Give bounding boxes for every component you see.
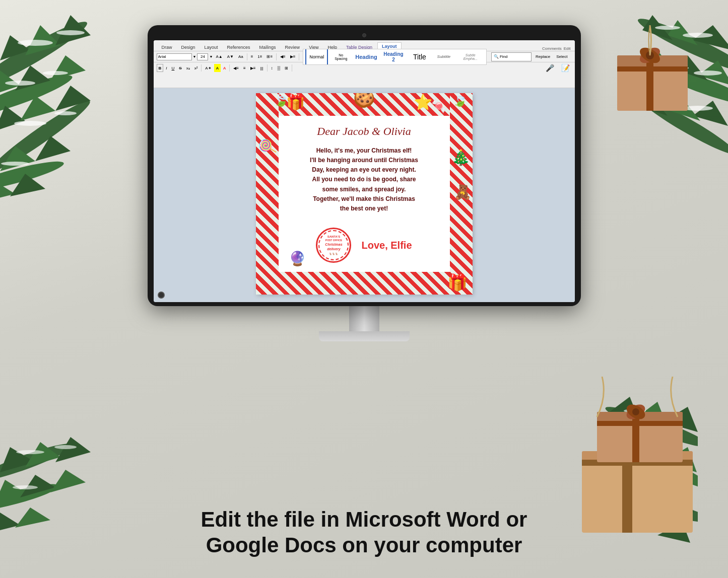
deco-star-cookie: ⭐: [414, 93, 432, 111]
multilevel-btn[interactable]: ⊞≡: [264, 53, 275, 61]
find-box[interactable]: 🔍 Find: [491, 52, 532, 61]
style-title-btn[interactable]: Title: [408, 49, 431, 65]
right-tools: 🔍 Find Replace Select: [489, 50, 572, 63]
deco-holly-top-right: 🍃: [452, 93, 468, 107]
deco-gift-top-left: 🎁: [286, 93, 305, 111]
justify-btn[interactable]: |||: [258, 64, 265, 72]
card-footer: SANTA'S POST OFFICE Christmas delivery 🦌…: [316, 228, 412, 263]
svg-rect-88: [597, 421, 683, 426]
document-area: 🍃 🍃 🎁 🍪 ⭐ 🍬 🍭 🎄 🔮 🧸 🎁 Dear Jacob & Olivi…: [154, 88, 575, 302]
svg-point-17: [18, 40, 53, 46]
style-subtitle-btn[interactable]: Subtitle: [432, 49, 455, 65]
deco-gift-bottom-right: 🎁: [447, 273, 468, 292]
stamp-wavy: SANTA'S POST OFFICE Christmas delivery 🦌…: [318, 230, 349, 260]
separator-5: [229, 64, 230, 71]
svg-point-52: [54, 445, 77, 449]
font-color-btn[interactable]: A: [221, 64, 228, 72]
align-left-btn[interactable]: ◀≡: [231, 64, 241, 72]
style-heading2-btn[interactable]: Heading 2: [380, 49, 407, 65]
find-label: Find: [500, 54, 508, 59]
svg-point-19: [5, 81, 35, 86]
deco-gingerbread-top: 🍪: [353, 93, 375, 109]
tab-draw[interactable]: Draw: [158, 44, 176, 51]
power-button[interactable]: [158, 292, 165, 299]
tab-references[interactable]: References: [223, 44, 254, 51]
font-name-input[interactable]: [157, 53, 192, 60]
increase-indent-btn[interactable]: ▶≡: [288, 53, 298, 61]
font-grow-btn[interactable]: A▲: [214, 53, 224, 61]
separator-7: [292, 64, 292, 71]
styles-panel: Normal No Spacing Heading Heading 2 Titl…: [303, 49, 487, 65]
decrease-indent-btn[interactable]: ◀≡: [278, 53, 288, 61]
deco-gingerbread-right: 🧸: [454, 184, 472, 200]
separator-1: [247, 53, 247, 60]
editor-btn[interactable]: 📝: [559, 64, 572, 72]
stand-base: [319, 331, 410, 341]
strikethrough-btn[interactable]: S: [177, 64, 183, 72]
numbered-list-btn[interactable]: 1≡: [255, 53, 264, 61]
tab-design[interactable]: Design: [177, 44, 200, 51]
monitor-stand: [148, 306, 581, 341]
svg-marker-48: [50, 470, 86, 492]
monitor-screen: Draw Design Layout References Mailings R…: [154, 40, 575, 302]
style-normal-btn[interactable]: Normal: [305, 49, 328, 65]
style-no-spacing-btn[interactable]: No Spacing: [329, 49, 352, 65]
svg-point-18: [56, 30, 85, 35]
italic-btn[interactable]: I: [164, 64, 169, 72]
svg-marker-33: [693, 101, 728, 126]
dictate-btn[interactable]: 🎤: [544, 64, 556, 72]
christmas-stamp: SANTA'S POST OFFICE Christmas delivery 🦌…: [316, 228, 351, 263]
align-right-btn[interactable]: ▶≡: [248, 64, 258, 72]
svg-rect-74: [617, 66, 688, 71]
highlight-btn[interactable]: A: [214, 64, 221, 72]
text-effects-btn[interactable]: A✦: [203, 64, 213, 72]
bottom-text-section: Edit the file in Microsoft Word or Googl…: [0, 507, 728, 558]
camera-dot: [362, 33, 366, 37]
subscript-btn[interactable]: x₂: [184, 64, 192, 72]
card-salutation: Dear Jacob & Olivia: [317, 125, 411, 138]
svg-point-51: [16, 450, 44, 454]
monitor-top-bar: [154, 31, 575, 40]
font-size-input[interactable]: [197, 53, 208, 60]
bottom-text-line2: Google Docs on your computer: [0, 533, 728, 558]
font-shrink-btn[interactable]: A▼: [225, 53, 236, 61]
bottom-text-line1: Edit the file in Microsoft Word or: [0, 507, 728, 532]
borders-btn[interactable]: ⊞: [283, 64, 290, 72]
clear-format-btn[interactable]: Aa: [236, 53, 245, 61]
svg-point-23: [1, 162, 29, 166]
tab-mailings[interactable]: Mailings: [255, 44, 280, 51]
stamp-top: SANTA'S: [321, 235, 346, 239]
replace-btn[interactable]: Replace: [534, 53, 552, 61]
style-subtle-btn[interactable]: Subtle Empha...: [456, 49, 484, 65]
word-ribbon: Draw Design Layout References Mailings R…: [154, 40, 575, 88]
bold-btn[interactable]: B: [157, 64, 164, 72]
deco-ornament-bottom-left: 🔮: [289, 250, 306, 267]
style-heading1-btn[interactable]: Heading: [354, 49, 378, 65]
shading-btn[interactable]: ▒: [276, 64, 283, 72]
stamp-banner: Christmas delivery: [321, 243, 346, 251]
svg-rect-87: [632, 412, 639, 462]
svg-marker-10: [0, 106, 25, 131]
tab-review[interactable]: Review: [281, 44, 304, 51]
monitor-container: Draw Design Layout References Mailings R…: [148, 25, 581, 341]
bullet-list-btn[interactable]: ≡: [249, 53, 255, 61]
card-body-text: Hello, it's me, your Christmas elf! I'll…: [310, 146, 418, 213]
stamp-middle: POST OFFICE: [321, 239, 346, 242]
line-spacing-btn[interactable]: ↕: [269, 64, 275, 72]
center-btn[interactable]: ≡: [241, 64, 248, 72]
svg-point-38: [694, 70, 722, 76]
superscript-btn[interactable]: x²: [192, 64, 200, 72]
tab-layout[interactable]: Layout: [201, 44, 222, 51]
christmas-letter-card: 🍃 🍃 🎁 🍪 ⭐ 🍬 🍭 🎄 🔮 🧸 🎁 Dear Jacob & Olivi…: [256, 93, 473, 295]
svg-point-20: [43, 71, 68, 75]
separator-6: [267, 64, 268, 71]
stamp-text: SANTA'S POST OFFICE Christmas delivery 🦌…: [321, 235, 346, 255]
stand-neck: [349, 306, 379, 331]
monitor-frame: Draw Design Layout References Mailings R…: [148, 25, 581, 306]
select-btn[interactable]: Select: [554, 53, 569, 61]
separator-2: [276, 53, 277, 60]
pine-branch-top-left: [0, 0, 151, 206]
svg-point-53: [13, 485, 38, 489]
deco-candy-cane-top-right: 🍬: [431, 98, 447, 114]
underline-btn[interactable]: U: [170, 64, 177, 72]
